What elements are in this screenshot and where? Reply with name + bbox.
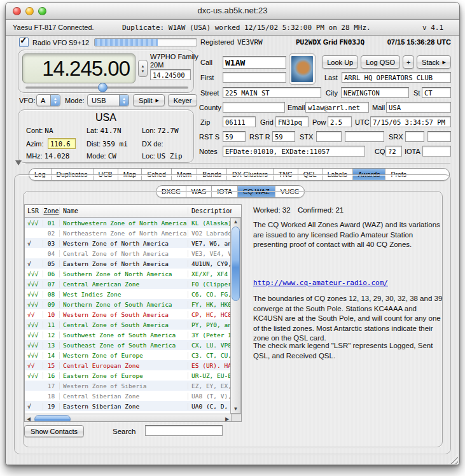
- loc-label: Loc:: [142, 152, 155, 160]
- vertical-scrollbar[interactable]: ▲ ▼: [230, 218, 241, 414]
- waz-table-header[interactable]: LSR Zone Name Description: [25, 205, 241, 218]
- table-row-zone-16[interactable]: √√√16Eastern Zone of EuropeUR-UZ, EU-EW: [25, 370, 230, 381]
- grid-input[interactable]: [275, 116, 309, 127]
- split-button[interactable]: Split ▶: [133, 94, 165, 106]
- cont-value: NA: [45, 127, 53, 135]
- radio-vfo-checkbox[interactable]: ✓: [19, 38, 29, 47]
- srx-input[interactable]: [405, 131, 424, 142]
- horizontal-scrollbar[interactable]: ◀ ▶: [25, 414, 231, 422]
- scroll-right-icon[interactable]: ▶: [225, 417, 229, 422]
- table-row-zone-18[interactable]: 18Central Siberian ZoneUA8 (T, V),: [25, 391, 230, 401]
- popup-arrows-icon: ▲▼: [50, 95, 60, 106]
- cell-name: West Indies Zone: [60, 291, 188, 298]
- call-label: Call: [200, 59, 212, 66]
- stepper-down-icon[interactable]: ▼: [141, 69, 145, 74]
- look-up-label: Look Up: [327, 59, 353, 66]
- checkmark-icon: ✓: [20, 35, 27, 45]
- table-row-zone-14[interactable]: √√√14Western Zone of EuropeC3. CT, CU,: [25, 350, 230, 360]
- email-input[interactable]: [305, 102, 369, 113]
- search-input[interactable]: [145, 425, 223, 436]
- scroll-up-icon[interactable]: ▲: [231, 220, 240, 225]
- vfo-select[interactable]: A ▲▼: [36, 94, 60, 106]
- iota-input[interactable]: [422, 146, 451, 157]
- title-bar[interactable]: dxc-us.ab5k.net:23: [6, 3, 459, 20]
- srx-input-2[interactable]: [427, 131, 451, 142]
- table-row-zone-06[interactable]: √√√06Southern Zone of North AmericaXE/XF…: [25, 269, 230, 279]
- mode-select[interactable]: USB ▲▼: [87, 94, 129, 106]
- table-row-zone-01[interactable]: √√√01Northwestern Zone of North AmericaK…: [25, 218, 230, 228]
- scroll-down-icon[interactable]: ▼: [231, 407, 240, 412]
- cell-desc: CP, HC, HC8,: [188, 311, 230, 318]
- cq-magazine-link[interactable]: http://www.cq-amateur-radio.com/: [253, 279, 388, 287]
- first-input[interactable]: [223, 72, 286, 83]
- table-row-zone-07[interactable]: √√√07Central American ZoneFO (Clippert: [25, 279, 230, 289]
- table-row-zone-10[interactable]: √√10Western Zone of South AmericaCP, HC,…: [25, 309, 230, 319]
- azim-input[interactable]: [48, 138, 76, 149]
- table-row-zone-12[interactable]: √√√12Southwest Zone of South America3Y (…: [25, 330, 230, 340]
- column-header-zone[interactable]: Zone: [43, 207, 60, 214]
- cell-zone: 08: [43, 291, 60, 298]
- stx-input[interactable]: [316, 131, 342, 142]
- horizontal-scroll-thumb[interactable]: [34, 415, 71, 422]
- scrollbar-corner: [231, 414, 241, 422]
- cell-desc: C3. CT, CU,: [188, 352, 230, 359]
- last-input[interactable]: [342, 72, 451, 83]
- cell-desc: FO (Clippert: [188, 281, 230, 288]
- street-input[interactable]: [223, 87, 321, 98]
- main-content: ✓ Radio VFO S9+12 14.245.00 ▲ ▼ W7PHO Fa…: [6, 36, 459, 465]
- cell-name: Western Zone of Europe: [60, 352, 188, 359]
- cq-input[interactable]: [385, 146, 402, 157]
- cell-desc: FY, HK, HK0: [188, 301, 230, 308]
- cell-zone: 01: [43, 220, 60, 227]
- vfo-label: VFO:: [19, 97, 36, 104]
- stepper-up-icon[interactable]: ▲: [141, 64, 145, 69]
- table-row-zone-11[interactable]: √√√11Central Zone of South AmericaPY, PY…: [25, 319, 230, 330]
- stx-input-2[interactable]: [345, 131, 384, 142]
- cell-zone: 19: [43, 403, 60, 410]
- column-header-lsr[interactable]: LSR: [25, 207, 43, 214]
- table-row-zone-05[interactable]: √05Eastern Zone of North America4U1UN, C…: [25, 258, 230, 269]
- table-row-zone-17[interactable]: 17Western Zone of SiberiaEZ, EY, EX,: [25, 381, 230, 391]
- frequency-input[interactable]: [150, 69, 191, 80]
- log-qso-button[interactable]: Log QSO: [361, 55, 400, 69]
- st-input[interactable]: [422, 87, 451, 98]
- mail-input[interactable]: [386, 102, 451, 113]
- stack-button[interactable]: Stack ▶: [417, 55, 451, 69]
- add-button[interactable]: +: [403, 55, 414, 69]
- column-header-name[interactable]: Name: [60, 207, 188, 214]
- table-row-zone-02[interactable]: 02Northeastern Zone of North AmericaVO2 …: [25, 228, 230, 238]
- cell-zone: 12: [43, 332, 60, 339]
- rst-r-input[interactable]: [272, 131, 295, 142]
- rst-s-input[interactable]: [223, 131, 246, 142]
- cell-name: Western Zone of South America: [60, 311, 188, 318]
- show-contacts-button[interactable]: Show Contacts: [24, 425, 84, 437]
- table-row-zone-08[interactable]: √√√08West Indies ZoneC6, CO. FG,: [25, 289, 230, 299]
- city-input[interactable]: [341, 87, 409, 98]
- vertical-scroll-thumb[interactable]: [232, 227, 240, 301]
- tuning-slider-thumb[interactable]: [98, 83, 108, 92]
- pow-input[interactable]: [328, 116, 352, 127]
- lat-value: 41.7N: [100, 127, 121, 135]
- column-header-description[interactable]: Description: [188, 207, 232, 214]
- table-row-zone-19[interactable]: √19Eastern Siberian ZoneUA0 (C, D, F: [25, 401, 230, 411]
- look-up-button[interactable]: Look Up: [322, 55, 358, 69]
- disclosure-triangle-icon[interactable]: [15, 160, 22, 165]
- table-row-zone-03[interactable]: √03Western Zone of North AmericaVE7, W6,…: [25, 238, 230, 248]
- frequency-stepper[interactable]: ▲ ▼: [138, 60, 148, 77]
- scroll-left-icon[interactable]: ◀: [27, 417, 31, 422]
- county-input[interactable]: [223, 102, 285, 113]
- table-row-zone-04[interactable]: 04Central Zone of North AmericaVE3, VE4,…: [25, 248, 230, 258]
- dist-value: 359 mi: [102, 140, 128, 148]
- resize-grip[interactable]: [448, 454, 458, 464]
- zip-input[interactable]: [223, 116, 256, 127]
- cell-zone: 11: [43, 321, 60, 328]
- table-row-zone-15[interactable]: √√15Central European ZoneES (UR). HA,: [25, 360, 230, 370]
- keyer-button[interactable]: Keyer: [168, 94, 197, 106]
- table-row-zone-09[interactable]: √√√09Northern Zone of South AmericaFY, H…: [25, 299, 230, 309]
- utc-input[interactable]: [370, 116, 451, 127]
- smeter-label: S9+12: [69, 39, 89, 46]
- st-label: St: [413, 89, 420, 97]
- notes-input[interactable]: [223, 146, 365, 157]
- call-input[interactable]: [223, 56, 286, 69]
- table-row-zone-13[interactable]: √√√13Southeast Zone of South AmericaCX, …: [25, 340, 230, 350]
